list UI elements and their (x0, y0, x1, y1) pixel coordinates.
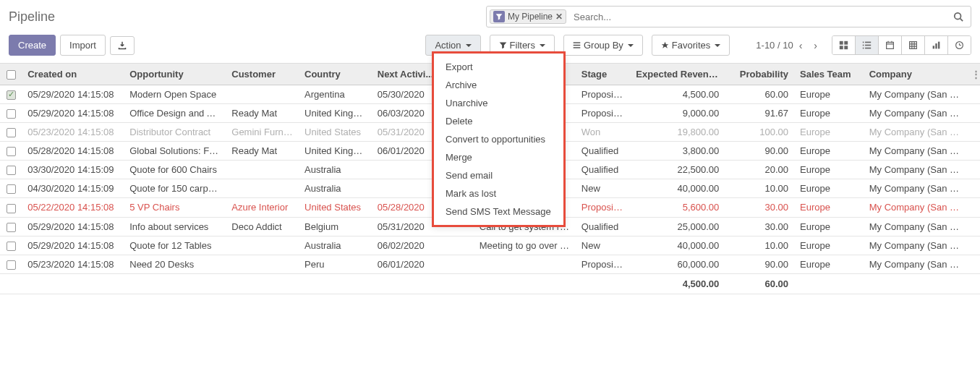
view-graph[interactable] (925, 36, 948, 54)
row-checkbox[interactable] (7, 109, 16, 119)
cell-company[interactable]: My Company (San F... (864, 104, 966, 123)
cell-stage[interactable]: Proposition (576, 198, 631, 217)
action-mark-lost[interactable]: Mark as lost (434, 184, 563, 202)
pager-prev[interactable]: ‹ (793, 37, 809, 54)
cell-probability[interactable]: 91.67 (725, 104, 794, 123)
row-checkbox-cell[interactable] (0, 255, 22, 273)
row-checkbox[interactable] (7, 223, 16, 232)
cell-customer[interactable]: Deco Addict (226, 217, 299, 236)
search-input[interactable] (571, 10, 949, 24)
col-country[interactable]: Country (299, 64, 372, 85)
cell-created-on[interactable]: 05/29/2020 14:15:08 (22, 104, 124, 123)
cell-country[interactable]: United States (299, 123, 372, 142)
cell-customer[interactable]: Azure Interior (226, 198, 299, 217)
cell-opportunity[interactable]: Need 20 Desks (124, 255, 226, 273)
cell-country[interactable]: Australia (299, 236, 372, 255)
cell-sales-team[interactable]: Europe (794, 85, 864, 104)
cell-customer[interactable] (226, 161, 299, 179)
header-select-all[interactable] (0, 64, 22, 85)
cell-sales-team[interactable]: Europe (794, 179, 864, 198)
action-export[interactable]: Export (434, 58, 563, 76)
row-checkbox[interactable] (7, 260, 16, 270)
cell-expected-revenue[interactable]: 3,800.00 (630, 142, 725, 161)
cell-probability[interactable]: 90.00 (725, 142, 794, 161)
row-checkbox-cell[interactable] (0, 142, 22, 161)
cell-customer[interactable] (226, 179, 299, 198)
groupby-button[interactable]: Group By (563, 35, 643, 56)
cell-expected-revenue[interactable]: 9,000.00 (630, 104, 725, 123)
cell-opportunity[interactable]: Office Design and Ar... (124, 104, 226, 123)
cell-stage[interactable]: Qualified (576, 161, 631, 179)
cell-expected-revenue[interactable]: 4,500.00 (630, 85, 725, 104)
cell-customer[interactable]: Gemini Furniture (226, 123, 299, 142)
cell-opportunity[interactable]: Quote for 600 Chairs (124, 161, 226, 179)
create-button[interactable]: Create (9, 35, 56, 56)
cell-company[interactable]: My Company (San F... (864, 179, 966, 198)
cell-opportunity[interactable]: Modern Open Space (124, 85, 226, 104)
row-checkbox-cell[interactable] (0, 104, 22, 123)
cell-expected-revenue[interactable]: 5,600.00 (630, 198, 725, 217)
cell-opportunity[interactable]: Global Solutions: Fu... (124, 142, 226, 161)
chip-close-icon[interactable]: ✕ (555, 12, 563, 22)
col-stage[interactable]: Stage (576, 64, 631, 85)
row-checkbox-cell[interactable] (0, 85, 22, 104)
cell-company[interactable]: My Company (San F... (864, 161, 966, 179)
table-row[interactable]: 05/23/2020 14:15:08Need 20 DesksPeru06/0… (0, 255, 980, 273)
col-opportunity[interactable]: Opportunity (124, 64, 226, 85)
cell-expected-revenue[interactable]: 40,000.00 (630, 179, 725, 198)
cell-country[interactable]: Australia (299, 161, 372, 179)
cell-company[interactable]: My Company (San F... (864, 236, 966, 255)
cell-expected-revenue[interactable]: 19,800.00 (630, 123, 725, 142)
cell-opportunity[interactable]: 5 VP Chairs (124, 198, 226, 217)
cell-opportunity[interactable]: Info about services (124, 217, 226, 236)
cell-stage[interactable]: New (576, 179, 631, 198)
import-button[interactable]: Import (60, 35, 106, 56)
row-checkbox-cell[interactable] (0, 198, 22, 217)
cell-created-on[interactable]: 05/23/2020 14:15:08 (22, 123, 124, 142)
cell-company[interactable]: My Company (San F... (864, 142, 966, 161)
cell-created-on[interactable]: 05/29/2020 14:15:08 (22, 236, 124, 255)
cell-created-on[interactable]: 05/29/2020 14:15:08 (22, 85, 124, 104)
cell-stage[interactable]: Proposition (576, 85, 631, 104)
cell-country[interactable]: Peru (299, 255, 372, 273)
cell-opportunity[interactable]: Distributor Contract (124, 123, 226, 142)
cell-created-on[interactable]: 05/22/2020 14:15:08 (22, 198, 124, 217)
cell-next-activity[interactable]: 06/01/2020 (372, 255, 474, 273)
cell-stage[interactable]: Proposition (576, 104, 631, 123)
cell-company[interactable]: My Company (San F... (864, 85, 966, 104)
cell-company[interactable]: My Company (San F... (864, 217, 966, 236)
cell-probability[interactable]: 60.00 (725, 85, 794, 104)
download-button[interactable] (110, 36, 135, 55)
cell-stage[interactable]: Proposition (576, 255, 631, 273)
cell-customer[interactable] (226, 255, 299, 273)
row-checkbox-cell[interactable] (0, 161, 22, 179)
cell-created-on[interactable]: 03/30/2020 14:15:09 (22, 161, 124, 179)
cell-sales-team[interactable]: Europe (794, 255, 864, 273)
cell-customer[interactable] (226, 236, 299, 255)
cell-stage[interactable]: Won (576, 123, 631, 142)
row-checkbox-cell[interactable] (0, 217, 22, 236)
action-unarchive[interactable]: Unarchive (434, 94, 563, 112)
cell-opportunity[interactable]: Quote for 12 Tables (124, 236, 226, 255)
search-icon[interactable] (949, 12, 968, 22)
cell-stage[interactable]: Qualified (576, 217, 631, 236)
row-checkbox[interactable] (7, 128, 16, 137)
row-checkbox[interactable] (7, 147, 16, 156)
col-probability[interactable]: Probability (725, 64, 794, 85)
cell-created-on[interactable]: 05/23/2020 14:15:08 (22, 255, 124, 273)
cell-opportunity[interactable]: Quote for 150 carpets (124, 179, 226, 198)
cell-expected-revenue[interactable]: 40,000.00 (630, 236, 725, 255)
action-convert[interactable]: Convert to opportunities (434, 130, 563, 148)
action-delete[interactable]: Delete (434, 112, 563, 130)
cell-customer[interactable]: Ready Mat (226, 142, 299, 161)
search-bar[interactable]: My Pipeline ✕ (486, 6, 971, 27)
cell-customer[interactable]: Ready Mat (226, 104, 299, 123)
cell-activity-summary[interactable] (474, 255, 576, 273)
cell-probability[interactable]: 100.00 (725, 123, 794, 142)
cell-sales-team[interactable]: Europe (794, 123, 864, 142)
cell-stage[interactable]: New (576, 236, 631, 255)
cell-next-activity[interactable]: 06/02/2020 (372, 236, 474, 255)
col-created-on[interactable]: Created on (22, 64, 124, 85)
cell-company[interactable]: My Company (San F... (864, 255, 966, 273)
action-merge[interactable]: Merge (434, 148, 563, 166)
